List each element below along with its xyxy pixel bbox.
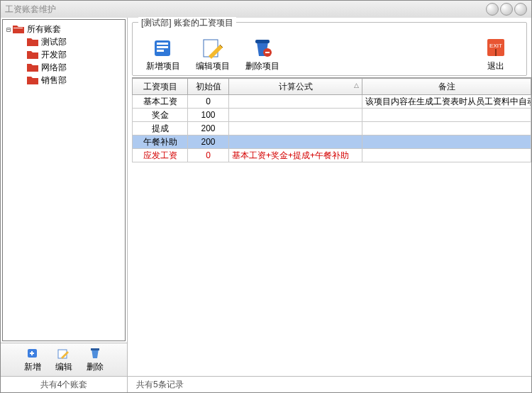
collapse-icon[interactable]: ⊟ <box>4 26 13 33</box>
toolbar-group: [测试部] 账套的工资项目 新增项目 编辑项目 <box>132 22 527 76</box>
maximize-button[interactable] <box>500 3 513 16</box>
edit-account-label: 编辑 <box>55 361 72 373</box>
tree-node[interactable]: 开发部 <box>4 48 123 61</box>
cell-remark <box>362 122 531 135</box>
cell-name: 应发工资 <box>133 149 188 162</box>
svg-rect-4 <box>157 43 168 45</box>
cell-init: 0 <box>188 95 229 109</box>
add-item-button[interactable]: 新增项目 <box>138 36 188 72</box>
window-body: ⊟ 所有账套 测试部开发部网络部销售部 新增 <box>1 18 531 392</box>
cell-name: 奖金 <box>133 109 188 122</box>
edit-icon <box>57 347 70 360</box>
edit-item-label: 编辑项目 <box>196 60 230 72</box>
title-bar: 工资账套维护 <box>1 1 531 18</box>
folder-icon <box>27 62 38 72</box>
svg-rect-5 <box>157 46 168 48</box>
cell-init: 200 <box>188 135 229 149</box>
col-formula[interactable]: 计算公式△ <box>229 79 362 95</box>
delete-item-icon <box>251 36 274 59</box>
sidebar: ⊟ 所有账套 测试部开发部网络部销售部 新增 <box>1 18 128 392</box>
col-init[interactable]: 初始值 <box>188 79 229 95</box>
add-item-icon <box>152 36 174 59</box>
delete-item-label: 删除项目 <box>245 60 279 72</box>
sidebar-toolbar: 新增 编辑 删除 <box>1 343 127 376</box>
edit-item-icon <box>201 36 224 59</box>
folder-open-icon <box>13 24 24 34</box>
tree-node-label: 销售部 <box>41 74 67 87</box>
app-window: 工资账套维护 ⊟ 所有账套 测试部开发部网络部销售部 <box>0 0 532 393</box>
folder-icon <box>27 75 38 85</box>
account-tree[interactable]: ⊟ 所有账套 测试部开发部网络部销售部 <box>2 19 126 341</box>
table-row[interactable]: 午餐补助200 <box>133 135 531 149</box>
sidebar-status: 共有4个账套 <box>1 376 127 392</box>
svg-rect-8 <box>255 40 270 43</box>
col-remark[interactable]: 备注 <box>362 79 531 95</box>
cell-remark <box>362 135 531 149</box>
col-name[interactable]: 工资项目 <box>133 79 188 95</box>
edit-account-button[interactable]: 编辑 <box>55 347 72 373</box>
tree-node[interactable]: 测试部 <box>4 35 123 48</box>
delete-item-button[interactable]: 删除项目 <box>238 36 287 72</box>
cell-formula: 基本工资+奖金+提成+午餐补助 <box>229 149 362 162</box>
delete-account-button[interactable]: 删除 <box>87 347 104 373</box>
tree-node[interactable]: 销售部 <box>4 74 123 87</box>
table-row[interactable]: 提成200 <box>133 122 531 135</box>
table-row[interactable]: 奖金100 <box>133 109 531 122</box>
cell-init: 0 <box>188 149 229 162</box>
window-buttons <box>486 3 527 16</box>
exit-label: 退出 <box>487 60 504 72</box>
items-grid[interactable]: 工资项目 初始值 计算公式△ 备注 基本工资0该项目内容在生成工资表时从员工资料… <box>132 77 531 376</box>
cell-formula <box>229 95 362 109</box>
tree-node[interactable]: 网络部 <box>4 61 123 74</box>
delete-icon <box>89 347 101 360</box>
edit-item-button[interactable]: 编辑项目 <box>188 36 238 72</box>
tree-node-label: 开发部 <box>41 49 67 61</box>
window-title: 工资账套维护 <box>5 4 486 16</box>
folder-icon <box>27 50 38 60</box>
cell-formula <box>229 135 362 149</box>
cell-name: 午餐补助 <box>133 135 188 149</box>
add-item-label: 新增项目 <box>146 60 180 72</box>
cell-init: 200 <box>188 122 229 135</box>
add-account-button[interactable]: 新增 <box>24 347 41 373</box>
minimize-button[interactable] <box>486 3 499 16</box>
tree-node-label: 网络部 <box>41 62 67 74</box>
svg-text:EXIT: EXIT <box>489 43 502 49</box>
group-title: [测试部] 账套的工资项目 <box>138 17 236 29</box>
cell-name: 提成 <box>133 122 188 135</box>
exit-button[interactable]: EXIT 退出 <box>471 36 521 72</box>
delete-account-label: 删除 <box>87 361 104 373</box>
main-panel: [测试部] 账套的工资项目 新增项目 编辑项目 <box>128 18 531 392</box>
tree-root-label: 所有账套 <box>27 23 61 35</box>
add-icon <box>26 347 39 360</box>
table-row[interactable]: 基本工资0该项目内容在生成工资表时从员工资料中自动导入 <box>133 95 531 109</box>
main-toolbar: 新增项目 编辑项目 删除项目 <box>133 23 526 75</box>
main-status: 共有5条记录 <box>128 376 531 392</box>
svg-rect-2 <box>91 348 99 350</box>
cell-formula <box>229 122 362 135</box>
svg-rect-6 <box>157 50 164 52</box>
tree-node-label: 测试部 <box>41 36 67 48</box>
grid-header-row: 工资项目 初始值 计算公式△ 备注 <box>133 79 531 95</box>
cell-formula <box>229 109 362 122</box>
sort-indicator-icon: △ <box>354 82 359 89</box>
add-account-label: 新增 <box>24 361 41 373</box>
cell-remark <box>362 149 531 162</box>
table-row[interactable]: 应发工资0基本工资+奖金+提成+午餐补助 <box>133 149 531 162</box>
cell-init: 100 <box>188 109 229 122</box>
cell-remark: 该项目内容在生成工资表时从员工资料中自动导入 <box>362 95 531 109</box>
tree-root[interactable]: ⊟ 所有账套 <box>4 23 123 35</box>
grid-table: 工资项目 初始值 计算公式△ 备注 基本工资0该项目内容在生成工资表时从员工资料… <box>132 78 531 162</box>
cell-name: 基本工资 <box>133 95 188 109</box>
folder-icon <box>27 37 38 47</box>
close-button[interactable] <box>514 3 527 16</box>
exit-icon: EXIT <box>484 36 507 59</box>
cell-remark <box>362 109 531 122</box>
